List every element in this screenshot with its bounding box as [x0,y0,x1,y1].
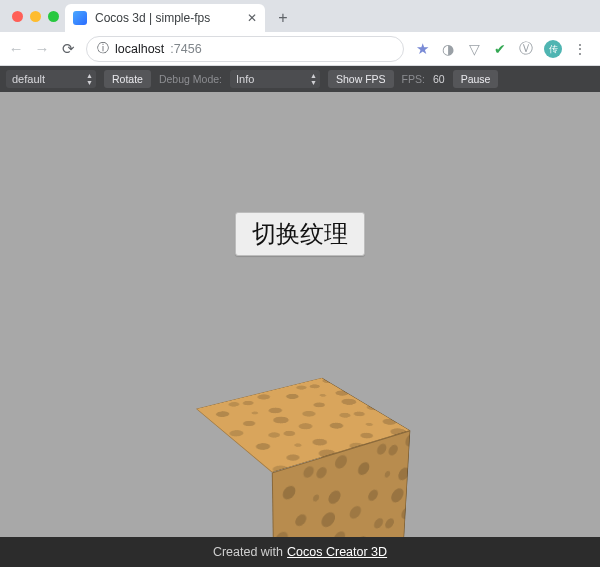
show-fps-button[interactable]: Show FPS [328,70,394,88]
site-info-icon[interactable]: ⓘ [97,40,109,57]
fps-label: FPS: [402,73,425,85]
address-bar: ← → ⟳ ⓘ localhost:7456 ★ ◑ ▽ ✔ Ⓥ 传 ⋮ [0,32,600,66]
footer-prefix: Created with [213,545,283,559]
extension-icon[interactable]: ▽ [466,41,482,57]
url-host: localhost [115,42,164,56]
preset-select[interactable]: default ▲▼ [6,70,96,88]
cube-scene [225,412,375,537]
minimize-window-icon[interactable] [30,11,41,22]
back-icon: ← [8,40,24,57]
favicon-icon [73,11,87,25]
extension-icons: ★ ◑ ▽ ✔ Ⓥ 传 ⋮ [414,40,592,58]
debug-mode-label: Debug Mode: [159,73,222,85]
profile-avatar[interactable]: 传 [544,40,562,58]
extension-icon[interactable]: ✔ [492,41,508,57]
page-viewport: default ▲▼ Rotate Debug Mode: Info ▲▼ Sh… [0,66,600,567]
debug-toolbar: default ▲▼ Rotate Debug Mode: Info ▲▼ Sh… [0,66,600,92]
pause-button[interactable]: Pause [453,70,499,88]
url-port: :7456 [170,42,201,56]
bookmark-star-icon[interactable]: ★ [414,41,430,57]
close-tab-icon[interactable]: ✕ [247,12,257,24]
maximize-window-icon[interactable] [48,11,59,22]
footer: Created with Cocos Creator 3D [0,537,600,567]
extension-icon[interactable]: ◑ [440,41,456,57]
preset-select-value: default [12,73,45,85]
close-window-icon[interactable] [12,11,23,22]
window-controls [8,11,65,32]
tab-strip: Cocos 3d | simple-fps ✕ + [0,0,600,32]
tab-title: Cocos 3d | simple-fps [95,11,239,25]
url-input[interactable]: ⓘ localhost:7456 [86,36,404,62]
reload-icon[interactable]: ⟳ [60,40,76,58]
browser-tab[interactable]: Cocos 3d | simple-fps ✕ [65,4,265,32]
new-tab-button[interactable]: + [271,6,295,30]
rotate-button[interactable]: Rotate [104,70,151,88]
cube [231,402,363,537]
chevron-updown-icon: ▲▼ [310,72,317,86]
extension-icon[interactable]: Ⓥ [518,41,534,57]
fps-value: 60 [433,73,445,85]
browser-window: Cocos 3d | simple-fps ✕ + ← → ⟳ ⓘ localh… [0,0,600,567]
debug-mode-value: Info [236,73,254,85]
render-canvas[interactable]: 切换纹理 [0,92,600,537]
kebab-menu-icon[interactable]: ⋮ [572,41,588,57]
chevron-updown-icon: ▲▼ [86,72,93,86]
debug-mode-select[interactable]: Info ▲▼ [230,70,320,88]
footer-link[interactable]: Cocos Creator 3D [287,545,387,559]
switch-texture-button[interactable]: 切换纹理 [235,212,365,256]
forward-icon: → [34,40,50,57]
